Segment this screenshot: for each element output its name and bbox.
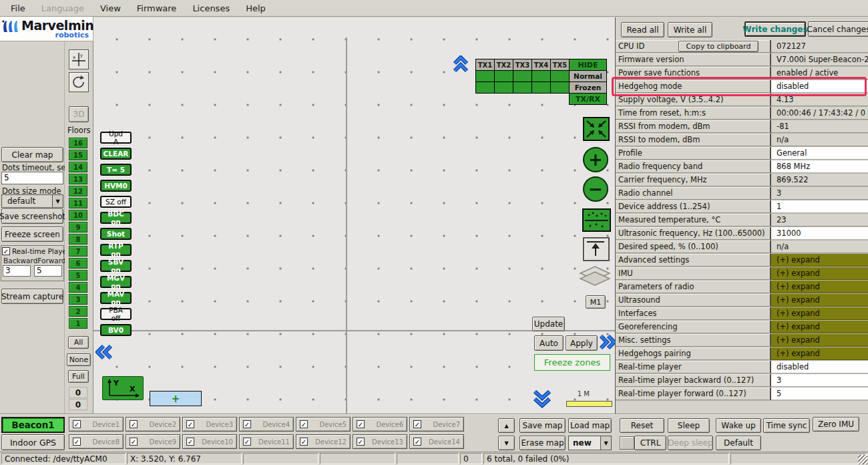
parameter-value[interactable]: General xyxy=(771,147,868,160)
dots-display-button[interactable] xyxy=(582,208,611,232)
scroll-up-button[interactable]: ▲ xyxy=(498,418,515,433)
parameter-value[interactable]: 00:00:46 / 17:43:42 / 0 xyxy=(771,107,868,120)
map-action-button[interactable]: T= 5 xyxy=(100,164,132,176)
tx-cell[interactable] xyxy=(513,82,532,94)
parameter-value[interactable]: (+) expand xyxy=(771,294,868,307)
device-toggle-button[interactable]: ✓ Device10 xyxy=(182,434,237,449)
device-checkbox[interactable]: ✓ xyxy=(413,438,421,446)
tx-cell[interactable] xyxy=(495,71,513,82)
tx-cell[interactable] xyxy=(532,71,551,82)
wake-up-button[interactable]: Wake up xyxy=(716,418,761,433)
tx-cell[interactable] xyxy=(551,82,570,94)
tx-cell[interactable] xyxy=(495,82,513,94)
device-checkbox[interactable]: ✓ xyxy=(300,420,308,428)
auto-button[interactable]: Auto xyxy=(534,335,564,351)
floor-counter-top[interactable]: 0 xyxy=(69,387,87,398)
device-toggle-button[interactable]: ✓ Device6 xyxy=(353,417,407,432)
realtime-player-checkbox[interactable]: ✓ xyxy=(2,247,10,255)
map-action-button[interactable]: BV0 xyxy=(100,324,132,336)
parameter-value[interactable]: 3 xyxy=(771,374,868,387)
map-action-button[interactable]: Shot xyxy=(100,228,132,240)
device-checkbox[interactable]: ✓ xyxy=(73,438,81,446)
device-toggle-button[interactable]: ✓ Device2 xyxy=(126,417,180,432)
menu-item[interactable]: Help xyxy=(238,1,274,15)
parameter-value[interactable]: 3 xyxy=(771,187,868,200)
resize-grip[interactable] xyxy=(858,455,867,464)
device-checkbox[interactable]: ✓ xyxy=(130,438,138,446)
tx-header-cell[interactable]: TX1 xyxy=(476,59,495,71)
floor-button[interactable]: 10 xyxy=(69,210,87,220)
parameter-value[interactable]: (+) expand xyxy=(771,254,868,267)
zoom-out-button[interactable]: − xyxy=(583,176,608,202)
floor-button[interactable]: 3 xyxy=(69,294,87,305)
device-checkbox[interactable]: ✓ xyxy=(130,420,138,428)
floor-button[interactable]: 6 xyxy=(69,258,87,269)
fit-to-screen-button[interactable] xyxy=(583,117,610,141)
floor-button[interactable]: 1 xyxy=(69,318,87,329)
update-button[interactable]: Update xyxy=(532,317,565,331)
write-all-button[interactable]: Write all xyxy=(668,22,712,37)
floors-all-button[interactable]: All xyxy=(68,336,89,349)
floor-button[interactable]: 16 xyxy=(69,138,87,148)
parameter-value[interactable]: enabled / active xyxy=(771,67,868,80)
tx-header-cell[interactable]: TX4 xyxy=(532,59,551,71)
parameter-value[interactable]: V7.000i Super-Beacon-2 xyxy=(771,53,868,66)
device-checkbox[interactable]: ✓ xyxy=(300,438,308,446)
map-action-button[interactable]: HVM0 xyxy=(100,180,132,192)
menu-item[interactable]: Language xyxy=(33,1,92,15)
parameter-value[interactable]: (+) expand xyxy=(771,267,868,280)
pan-down-button[interactable] xyxy=(532,390,552,408)
floor-button[interactable]: 12 xyxy=(69,186,87,196)
floor-button[interactable]: 8 xyxy=(69,234,87,245)
device-toggle-button[interactable]: ✓ Device9 xyxy=(126,434,180,449)
menu-item[interactable]: Firmware xyxy=(129,1,185,15)
floor-button[interactable]: 4 xyxy=(69,282,87,293)
m1-submap-button[interactable]: M1 xyxy=(586,295,606,309)
layers-icon[interactable] xyxy=(578,264,612,289)
parameter-value[interactable]: 31000 xyxy=(771,227,868,240)
tx-cell[interactable] xyxy=(476,71,495,82)
add-submap-button[interactable]: + xyxy=(150,391,202,406)
parameter-value[interactable]: 5 xyxy=(771,388,868,400)
parameter-value[interactable]: disabled xyxy=(771,361,868,373)
floor-button[interactable]: 11 xyxy=(69,198,87,208)
chevron-down-icon[interactable]: ▼ xyxy=(600,436,611,450)
parameter-value[interactable]: 23 xyxy=(771,214,868,226)
tx-txrx-cell[interactable]: TX/RX xyxy=(570,94,607,105)
axes-view-button[interactable]: x y xyxy=(69,49,89,69)
parameter-value[interactable]: (+) expand xyxy=(771,281,868,293)
device-toggle-button[interactable]: ✓ Device11 xyxy=(239,434,294,449)
time-sync-button[interactable]: Time sync xyxy=(763,418,810,433)
tx-header-cell[interactable]: TX2 xyxy=(495,59,513,71)
parameter-value[interactable]: (+) expand xyxy=(771,307,868,320)
tx-normal-cell[interactable]: Normal xyxy=(570,71,607,82)
parameter-value[interactable]: (+) expand xyxy=(771,321,868,333)
map-select[interactable]: new ▼ xyxy=(568,436,612,450)
map-canvas[interactable]: TX1TX2TX3TX4TX5HIDE Normal Frozen xyxy=(93,17,615,414)
map-action-button[interactable]: CLEAR xyxy=(100,148,132,160)
parameter-value[interactable]: disabled xyxy=(771,80,868,93)
device-toggle-button[interactable]: ✓ Device8 xyxy=(69,434,124,449)
tx-cell[interactable] xyxy=(476,82,495,94)
tx-cell[interactable] xyxy=(551,71,570,82)
pan-left-button[interactable] xyxy=(95,344,113,360)
read-all-button[interactable]: Read all xyxy=(621,22,664,37)
backward-input[interactable]: 3 xyxy=(3,265,31,277)
menu-item[interactable]: View xyxy=(92,1,129,15)
sleep-button[interactable]: Sleep xyxy=(668,418,710,433)
rotate-view-button[interactable] xyxy=(69,72,89,92)
device-checkbox[interactable]: ✓ xyxy=(413,420,421,428)
device-toggle-button[interactable]: ✓ Device3 xyxy=(182,417,237,432)
map-action-button[interactable]: BDC on xyxy=(100,212,132,224)
zoom-in-button[interactable]: + xyxy=(583,147,608,172)
device-toggle-button[interactable]: ✓ Device12 xyxy=(296,434,351,449)
cancel-changes-button[interactable]: Cancel changes xyxy=(808,21,868,37)
parameter-value[interactable]: 072127 xyxy=(771,40,868,53)
freeze-zones-button[interactable]: Freeze zones xyxy=(534,354,610,371)
menu-item[interactable]: Licenses xyxy=(184,1,238,15)
map-action-button[interactable]: Upd A xyxy=(100,132,132,144)
parameter-value[interactable]: (+) expand xyxy=(771,347,868,360)
floor-button[interactable]: 13 xyxy=(69,174,87,184)
parameter-value[interactable]: 869.522 xyxy=(771,174,868,186)
save-map-button[interactable]: Save map xyxy=(519,418,566,433)
